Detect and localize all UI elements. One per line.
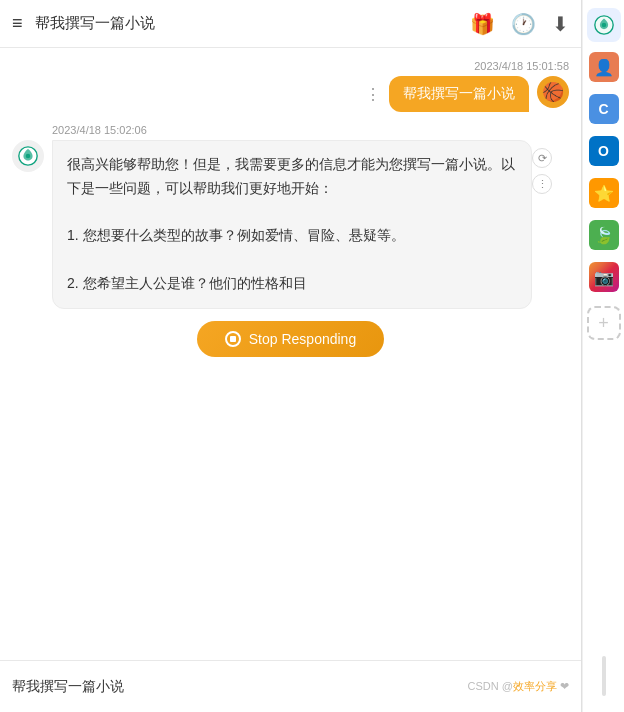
ai-refresh-btn[interactable]: ⟳ xyxy=(532,148,552,168)
ai-avatar xyxy=(12,140,44,172)
sidebar-item-blue-app[interactable]: C xyxy=(587,92,621,126)
user-avatar: 🏀 xyxy=(537,76,569,108)
scroll-indicator xyxy=(602,656,606,696)
ai-bubble: 很高兴能够帮助您！但是，我需要更多的信息才能为您撰写一篇小说。以下是一些问题，可… xyxy=(52,140,532,309)
stop-btn-label: Stop Responding xyxy=(249,331,356,347)
header: ≡ 帮我撰写一篇小说 🎁 🕐 ⬇ xyxy=(0,0,581,48)
svg-point-1 xyxy=(26,154,31,159)
chat-input[interactable] xyxy=(12,679,460,695)
chat-area: 2023/4/18 15:01:58 ⋮ 帮我撰写一篇小说 🏀 2023/4/1… xyxy=(0,48,581,660)
page-title: 帮我撰写一篇小说 xyxy=(35,14,458,33)
menu-icon[interactable]: ≡ xyxy=(12,13,23,34)
ai-msg-content: 很高兴能够帮助您！但是，我需要更多的信息才能为您撰写一篇小说。以下是一些问题，可… xyxy=(12,140,532,309)
watermark: CSDN @效率分享 ❤ xyxy=(468,679,569,694)
clock-icon[interactable]: 🕐 xyxy=(511,12,536,36)
input-area: CSDN @效率分享 ❤ xyxy=(0,660,581,712)
stop-icon-inner xyxy=(230,336,236,342)
svg-point-3 xyxy=(601,23,606,28)
stop-btn-row: Stop Responding xyxy=(12,321,569,357)
stop-responding-button[interactable]: Stop Responding xyxy=(197,321,384,357)
msg-row-ai: 2023/4/18 15:02:06 很高兴能够帮助您！但是，我需要更多的信息才… xyxy=(12,124,569,309)
user-msg-time: 2023/4/18 15:01:58 xyxy=(474,60,569,72)
stop-icon xyxy=(225,331,241,347)
sidebar-item-yellow-app[interactable]: ⭐ xyxy=(587,176,621,210)
sidebar-item-user[interactable]: 👤 xyxy=(587,50,621,84)
ai-msg-time: 2023/4/18 15:02:06 xyxy=(52,124,147,136)
right-sidebar: 👤 C O ⭐ 🍃 📷 + xyxy=(582,0,624,712)
gift-icon[interactable]: 🎁 xyxy=(470,12,495,36)
user-bubble: 帮我撰写一篇小说 xyxy=(389,76,529,112)
download-icon[interactable]: ⬇ xyxy=(552,12,569,36)
ai-bubble-q1: 1. 您想要什么类型的故事？例如爱情、冒险、悬疑等。 xyxy=(67,227,405,243)
user-msg-options[interactable]: ⋮ xyxy=(365,85,381,104)
user-msg-content: ⋮ 帮我撰写一篇小说 🏀 xyxy=(365,76,569,112)
sidebar-add-button[interactable]: + xyxy=(587,306,621,340)
sidebar-item-chatgpt[interactable] xyxy=(587,8,621,42)
sidebar-add-icon: + xyxy=(598,313,609,334)
sidebar-item-outlook[interactable]: O xyxy=(587,134,621,168)
sidebar-item-green-app[interactable]: 🍃 xyxy=(587,218,621,252)
msg-row-user: 2023/4/18 15:01:58 ⋮ 帮我撰写一篇小说 🏀 xyxy=(12,60,569,112)
ai-bubble-q2: 2. 您希望主人公是谁？他们的性格和目 xyxy=(67,275,307,291)
ai-bubble-text: 很高兴能够帮助您！但是，我需要更多的信息才能为您撰写一篇小说。以下是一些问题，可… xyxy=(67,156,515,196)
ai-more-btn[interactable]: ⋮ xyxy=(532,174,552,194)
main-panel: ≡ 帮我撰写一篇小说 🎁 🕐 ⬇ 2023/4/18 15:01:58 ⋮ 帮我… xyxy=(0,0,582,712)
sidebar-item-instagram[interactable]: 📷 xyxy=(587,260,621,294)
header-actions: 🎁 🕐 ⬇ xyxy=(470,12,569,36)
